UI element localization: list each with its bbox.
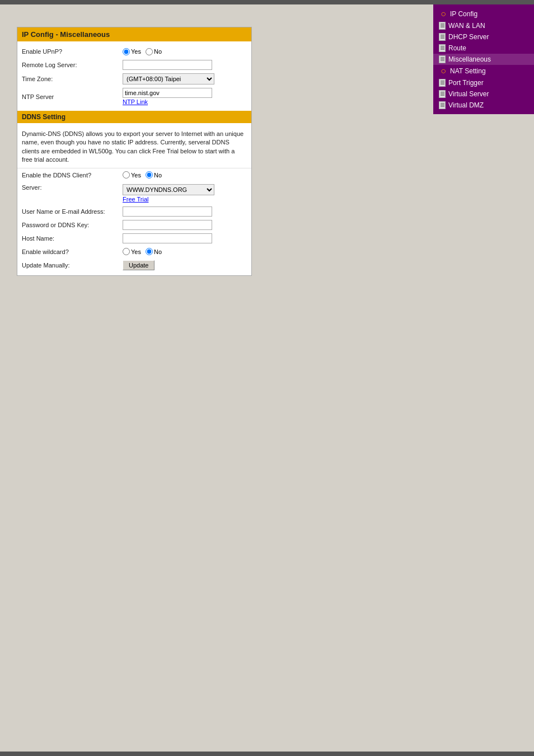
sidebar-item-route[interactable]: Route (433, 43, 534, 54)
ddns-enable-radio-group: Yes No (123, 171, 247, 179)
update-label: Update Manually: (22, 262, 123, 269)
free-trial-link[interactable]: Free Trial (123, 196, 148, 203)
timezone-row: Time Zone: (GMT+08:00) Taipei (17, 72, 251, 86)
sidebar-item-miscellaneous[interactable]: Miscellaneous (433, 54, 534, 65)
panel-body: Enable UPnP? Yes No Remote Log (17, 41, 251, 111)
page-icon-dhcp (439, 33, 446, 41)
password-label: Password or DDNS Key: (22, 222, 123, 228)
hostname-control (123, 233, 247, 243)
page-icon-virtual-dmz (439, 101, 446, 109)
hostname-input[interactable] (123, 233, 212, 243)
upnp-label: Enable UPnP? (22, 48, 123, 55)
ddns-yes-radio[interactable] (123, 171, 130, 179)
sidebar-label-port-trigger: Port Trigger (448, 79, 484, 87)
sidebar-label-nat: NAT Setting (450, 67, 486, 75)
wildcard-radio-group: Yes No (123, 248, 247, 255)
ddns-title: DDNS Setting (22, 113, 65, 121)
page-icon-route (439, 44, 446, 52)
sidebar-label-dhcp: DHCP Server (448, 33, 489, 41)
upnp-row: Enable UPnP? Yes No (17, 45, 251, 58)
username-label: User Name or E-mail Address: (22, 208, 123, 215)
timezone-label: Time Zone: (22, 76, 123, 82)
panel-title: IP Config - Miscellaneous (22, 30, 110, 39)
ddns-enable-row: Enable the DDNS Client? Yes No (17, 168, 251, 182)
ntp-row: NTP Server NTP Link (17, 86, 251, 107)
sidebar-item-ip-config[interactable]: ○ IP Config (433, 8, 534, 20)
ddns-no-label[interactable]: No (146, 171, 162, 179)
update-button[interactable]: Update (123, 260, 154, 270)
ntp-input[interactable] (123, 88, 212, 98)
upnp-no-text: No (154, 48, 162, 55)
server-row: Server: WWW.DYNDNS.ORG Free Trial (17, 182, 251, 205)
remote-log-input[interactable] (123, 60, 212, 70)
globe-icon: ○ (439, 10, 448, 18)
panel-header: IP Config - Miscellaneous (17, 27, 251, 41)
page-icon-wan-lan (439, 22, 446, 30)
wildcard-yes-text: Yes (131, 248, 141, 255)
form-panel: IP Config - Miscellaneous Enable UPnP? Y… (17, 27, 252, 276)
wildcard-no-radio[interactable] (146, 248, 153, 255)
update-control: Update (123, 260, 247, 270)
hostname-label: Host Name: (22, 235, 123, 242)
sidebar-label-wan-lan: WAN & LAN (448, 22, 485, 30)
wildcard-yes-radio[interactable] (123, 248, 130, 255)
ntp-label: NTP Server (22, 93, 123, 100)
update-row: Update Manually: Update (17, 259, 251, 272)
sidebar-label-route: Route (448, 44, 466, 52)
sidebar-label-virtual-dmz: Virtual DMZ (448, 101, 484, 109)
server-label: Server: (22, 184, 123, 191)
page-icon-misc (439, 55, 446, 63)
sidebar-label-ip-config: IP Config (450, 10, 477, 18)
username-row: User Name or E-mail Address: (17, 205, 251, 218)
upnp-radio-group: Yes No (123, 48, 247, 55)
sidebar-label-misc: Miscellaneous (448, 55, 491, 63)
username-input[interactable] (123, 206, 212, 217)
sidebar-label-virtual-server: Virtual Server (448, 90, 489, 98)
sidebar-item-wan-lan[interactable]: WAN & LAN (433, 20, 534, 31)
username-control (123, 206, 247, 217)
upnp-yes-text: Yes (131, 48, 141, 55)
wildcard-yes-label[interactable]: Yes (123, 248, 141, 255)
remote-log-row: Remote Log Server: (17, 58, 251, 72)
ntp-link[interactable]: NTP Link (123, 98, 148, 105)
ddns-yes-text: Yes (131, 172, 141, 179)
upnp-yes-radio[interactable] (123, 48, 130, 55)
ddns-description: Dynamic-DNS (DDNS) allows you to export … (17, 126, 251, 168)
remote-log-control (123, 60, 247, 70)
wildcard-label: Enable wildcard? (22, 248, 123, 255)
page-icon-virtual-server (439, 90, 446, 98)
wildcard-no-text: No (154, 248, 162, 255)
upnp-no-radio[interactable] (146, 48, 153, 55)
password-control (123, 220, 247, 230)
ddns-no-text: No (154, 172, 162, 179)
server-control: WWW.DYNDNS.ORG Free Trial (123, 184, 247, 203)
upnp-yes-label[interactable]: Yes (123, 48, 141, 55)
ddns-body: Dynamic-DNS (DDNS) allows you to export … (17, 123, 251, 275)
page-icon-port-trigger (439, 79, 446, 87)
sidebar-item-virtual-dmz[interactable]: Virtual DMZ (433, 100, 534, 111)
sidebar-item-nat-setting[interactable]: ○ NAT Setting (433, 65, 534, 77)
top-bar (0, 0, 534, 4)
sidebar: ○ IP Config WAN & LAN DHCP Server Route … (433, 4, 534, 114)
ntp-control: NTP Link (123, 88, 247, 106)
sidebar-item-dhcp-server[interactable]: DHCP Server (433, 31, 534, 43)
server-select[interactable]: WWW.DYNDNS.ORG (123, 184, 214, 195)
globe-icon-nat: ○ (439, 67, 448, 76)
upnp-no-label[interactable]: No (146, 48, 162, 55)
password-row: Password or DDNS Key: (17, 218, 251, 232)
wildcard-no-label[interactable]: No (146, 248, 162, 255)
hostname-row: Host Name: (17, 232, 251, 245)
sidebar-item-virtual-server[interactable]: Virtual Server (433, 88, 534, 100)
ddns-header: DDNS Setting (17, 111, 251, 123)
ddns-no-radio[interactable] (146, 171, 153, 179)
ddns-enable-label: Enable the DDNS Client? (22, 172, 123, 179)
remote-log-label: Remote Log Server: (22, 62, 123, 68)
bottom-bar (0, 752, 534, 756)
timezone-select[interactable]: (GMT+08:00) Taipei (123, 73, 214, 84)
ddns-yes-label[interactable]: Yes (123, 171, 141, 179)
main-content: IP Config - Miscellaneous Enable UPnP? Y… (11, 21, 392, 281)
sidebar-item-port-trigger[interactable]: Port Trigger (433, 77, 534, 88)
wildcard-row: Enable wildcard? Yes No (17, 245, 251, 259)
password-input[interactable] (123, 220, 212, 230)
timezone-control: (GMT+08:00) Taipei (123, 73, 247, 84)
